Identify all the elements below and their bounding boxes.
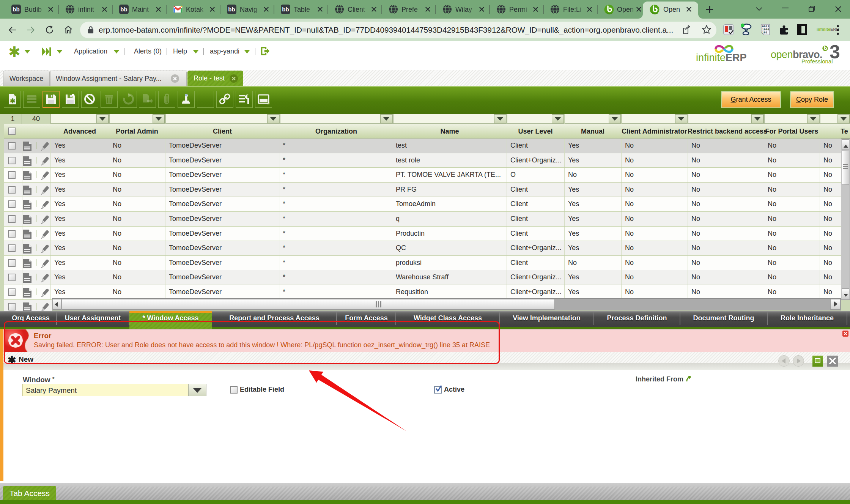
- svg-text:✱: ✱: [10, 98, 15, 105]
- svg-text:101: 101: [762, 31, 768, 34]
